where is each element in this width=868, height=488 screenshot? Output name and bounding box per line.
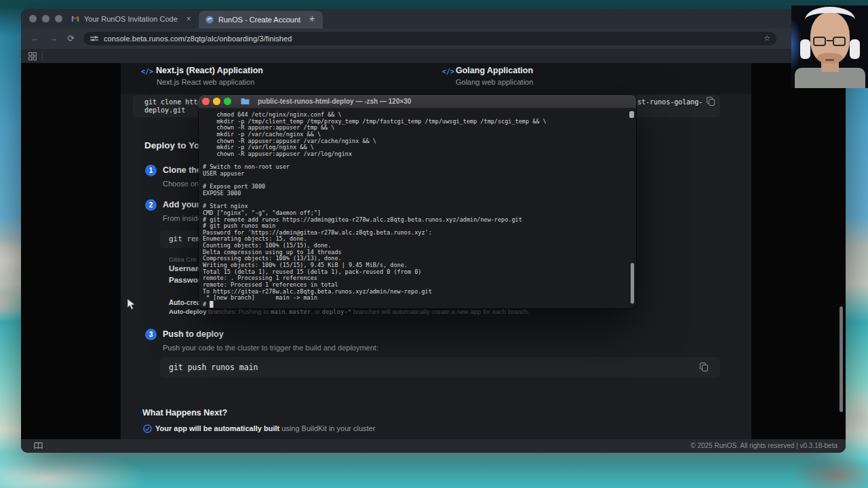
template-golang-title[interactable]: Golang Application bbox=[456, 66, 533, 75]
tab-label: RunOS - Create Account bbox=[218, 16, 300, 24]
tab-runos-create-account[interactable]: RunOS - Create Account × bbox=[199, 11, 323, 28]
terminal-scroll-marker bbox=[629, 111, 634, 118]
person-glasses-right bbox=[833, 37, 846, 46]
reading-list-book-icon[interactable] bbox=[34, 442, 43, 449]
terminal-output-area[interactable]: chmod 644 /etc/nginx/nginx.conf && \ mkd… bbox=[199, 108, 636, 308]
step-1-desc: Choose on bbox=[163, 180, 199, 188]
tab-strip-secondary bbox=[21, 49, 846, 63]
browser-toolbar: ← → ⟳ console.beta.runos.com/z8qtg/alc/o… bbox=[21, 28, 846, 49]
back-icon[interactable]: ← bbox=[31, 33, 39, 43]
step-1-badge: 1 bbox=[145, 165, 157, 176]
auto-deploy-label: Auto-deploy bbox=[169, 308, 206, 315]
copy-icon[interactable] bbox=[700, 363, 708, 371]
screen: Your RunOS Invitation Code × RunOS - Cre… bbox=[0, 0, 868, 488]
terminal-window[interactable]: public-test-runos-html-deploy — -zsh — 1… bbox=[199, 95, 636, 308]
step-3-badge: 3 bbox=[145, 329, 157, 340]
person-beard bbox=[817, 53, 843, 64]
template-golang-subtitle: Golang web application bbox=[456, 78, 533, 86]
deploy-heading: Deploy to Yo bbox=[144, 140, 199, 150]
terminal-zoom-button[interactable] bbox=[224, 98, 231, 105]
copy-icon[interactable] bbox=[707, 97, 715, 106]
username-label: Usernam bbox=[169, 264, 202, 272]
terminal-title-bar[interactable]: public-test-runos-html-deploy — -zsh — 1… bbox=[199, 95, 636, 108]
step-2-desc: From inside bbox=[163, 214, 201, 222]
password-label: Passwor bbox=[169, 276, 201, 284]
page-scrollbar[interactable] bbox=[840, 306, 843, 412]
folder-icon bbox=[241, 98, 250, 105]
terminal-title: public-test-runos-html-deploy — -zsh — 1… bbox=[258, 98, 411, 105]
terminal-scrollbar[interactable] bbox=[631, 263, 634, 304]
bookmark-star-icon[interactable]: ☆ bbox=[764, 34, 770, 43]
site-settings-icon[interactable] bbox=[90, 35, 98, 42]
browser-tab-bar: Your RunOS Invitation Code × RunOS - Cre… bbox=[21, 9, 846, 28]
step-2-title: Add your bbox=[163, 200, 200, 209]
code-icon: </> bbox=[442, 68, 454, 75]
tab-label: Your RunOS Invitation Code bbox=[84, 15, 178, 23]
gmail-icon bbox=[71, 16, 79, 22]
mouse-cursor bbox=[127, 298, 136, 310]
webcam-overlay bbox=[791, 5, 868, 88]
next-item: Your app will be automatically built usi… bbox=[155, 424, 375, 432]
person-glasses-left bbox=[813, 37, 826, 46]
headphones-band bbox=[805, 7, 855, 33]
runos-favicon bbox=[205, 16, 214, 24]
check-circle-icon bbox=[143, 424, 152, 433]
tab-invitation-code[interactable]: Your RunOS Invitation Code × bbox=[71, 9, 191, 28]
divider bbox=[42, 52, 43, 60]
terminal-minimize-button[interactable] bbox=[213, 98, 220, 105]
step-2-badge: 2 bbox=[145, 199, 157, 211]
gitea-credentials-label: Gitea Cre bbox=[169, 256, 197, 263]
step-1-title: Clone the bbox=[163, 165, 201, 175]
auto-create-label: Auto-creat bbox=[169, 299, 203, 306]
next-heading: What Happens Next? bbox=[142, 408, 227, 418]
code-icon: </> bbox=[141, 68, 153, 75]
terminal-output: chmod 644 /etc/nginx/nginx.conf && \ mkd… bbox=[203, 112, 547, 308]
window-minimize-button[interactable] bbox=[42, 15, 50, 22]
step-3-title: Push to deploy bbox=[163, 329, 224, 339]
snippet-fragment: st-runos-golang- bbox=[637, 98, 703, 106]
url-text: console.beta.runos.com/z8qtg/alc/onboard… bbox=[104, 35, 292, 43]
git-push-snippet[interactable]: git push runos main bbox=[160, 357, 720, 378]
copyright-text: © 2025 RunOS. All rights reserved | v0.3… bbox=[690, 442, 837, 449]
window-close-button[interactable] bbox=[29, 15, 37, 22]
headphones-left-cup bbox=[800, 39, 810, 59]
headphones-right-cup bbox=[850, 39, 860, 59]
window-zoom-button[interactable] bbox=[55, 15, 62, 22]
template-nextjs-title[interactable]: Next.js (React) Application bbox=[156, 66, 263, 75]
auto-deploy-note: Auto-deploy branches: Pushing to main, m… bbox=[169, 308, 530, 315]
address-bar[interactable]: console.beta.runos.com/z8qtg/alc/onboard… bbox=[83, 32, 776, 45]
reload-icon[interactable]: ⟳ bbox=[67, 33, 75, 43]
forward-icon[interactable]: → bbox=[49, 33, 58, 43]
page-footer: © 2025 RunOS. All rights reserved | v0.3… bbox=[21, 439, 846, 453]
apps-grid-icon[interactable] bbox=[28, 52, 37, 60]
template-nextjs-subtitle: Next.js React web application bbox=[157, 78, 254, 86]
tab-close-icon[interactable]: × bbox=[186, 14, 191, 24]
person-mouth bbox=[825, 59, 834, 61]
person-glasses-bridge bbox=[827, 40, 833, 41]
step-3-desc: Push your code to the cluster to trigger… bbox=[163, 344, 378, 352]
new-tab-button[interactable]: + bbox=[309, 12, 315, 24]
terminal-close-button[interactable] bbox=[202, 98, 210, 105]
